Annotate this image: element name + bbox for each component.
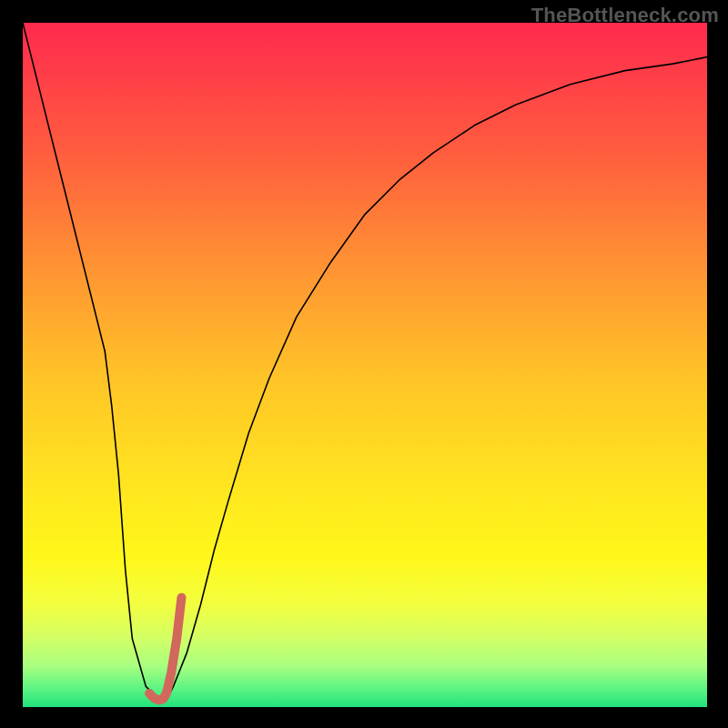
plot-area xyxy=(23,23,707,707)
chart-frame: TheBottleneck.com xyxy=(0,0,728,728)
chart-svg xyxy=(23,23,707,707)
gradient-background xyxy=(23,23,707,707)
watermark-text: TheBottleneck.com xyxy=(531,4,719,27)
